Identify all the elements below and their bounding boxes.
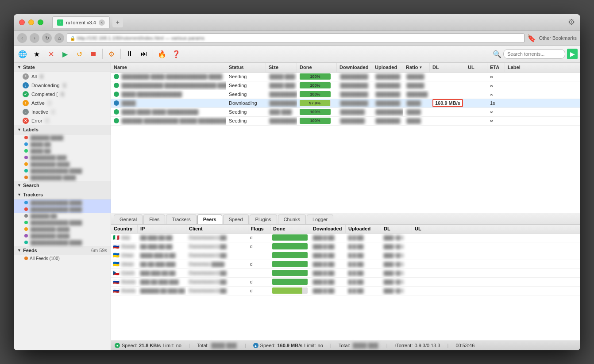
peer-row[interactable]: 🇮🇹 Italy ██.███.██.██ Transmission 1.██ …: [111, 234, 580, 242]
peer-row[interactable]: 🇷🇺 Russia ██.███.██.██ Transmission 1.██…: [111, 242, 580, 251]
reload-button[interactable]: ↻: [42, 33, 52, 43]
sidebar-item-completed[interactable]: ✓ Completed [ 5: [14, 90, 111, 99]
label-item-1[interactable]: ██████ ████: [14, 134, 111, 141]
peer-col-country[interactable]: Country: [111, 225, 138, 233]
tracker-item-3[interactable]: ██████ ██: [14, 213, 111, 219]
bookmarks-label[interactable]: Other Bookmarks: [539, 35, 577, 41]
torrent-status-6: Seeding: [226, 117, 266, 125]
feeds-all-item[interactable]: All Feeds (100): [14, 255, 111, 262]
tracker-item-6[interactable]: ████████ ████: [14, 233, 111, 239]
tab-general[interactable]: General: [114, 215, 143, 224]
col-header-label[interactable]: Label: [505, 63, 532, 72]
torrent-row[interactable]: ██████ ██████████ █████ █████████ Seedin…: [111, 117, 580, 126]
ul-limit-label: Limit:: [304, 343, 316, 348]
col-header-done[interactable]: Done: [297, 63, 337, 72]
minimize-button[interactable]: [28, 19, 34, 25]
tracker-item-7[interactable]: ████████████ ████: [14, 239, 111, 246]
tab-logger[interactable]: Logger: [307, 215, 333, 224]
home-button[interactable]: ⌂: [54, 33, 64, 43]
back-button[interactable]: ‹: [17, 33, 27, 43]
col-header-name[interactable]: Name: [111, 63, 226, 72]
peer-col-ul[interactable]: UL: [412, 225, 580, 233]
active-tab[interactable]: r ruTorrent v3.4 ×: [52, 16, 110, 28]
label-item-4[interactable]: ████████ ███: [14, 154, 111, 161]
label-item-6[interactable]: ████████████ ████: [14, 168, 111, 174]
peer-row[interactable]: 🇨🇿 Czech ███.███.██.██ Transmission 2.██…: [111, 269, 580, 278]
feeds-section-label: Feeds: [23, 248, 37, 253]
add-rss-button[interactable]: ★: [31, 48, 43, 60]
stop-button[interactable]: ⏹: [87, 48, 100, 60]
add-torrent-url-button[interactable]: 🌐: [16, 48, 29, 60]
tracker-item-1[interactable]: ████████████ ████: [14, 199, 111, 206]
torrent-row[interactable]: ████ █████████████ Seeding ████████ 100%…: [111, 90, 580, 99]
tab-chunks[interactable]: Chunks: [278, 215, 306, 224]
col-header-uploaded[interactable]: Uploaded: [372, 63, 403, 72]
tab-peers[interactable]: Peers: [197, 215, 222, 224]
feeds-section-header[interactable]: ▼ Feeds 6m 59s: [14, 246, 111, 255]
new-tab-button[interactable]: +: [112, 17, 123, 27]
sidebar-item-error[interactable]: ✕ Error: [14, 116, 111, 125]
start-button[interactable]: ▶: [59, 48, 71, 60]
address-field[interactable]: 🔒 http://192.168.1.100/rutorrent/index.h…: [67, 33, 525, 43]
peer-col-client[interactable]: Client: [186, 225, 248, 233]
progress-bar-2: 100%: [300, 82, 331, 88]
label-item-2[interactable]: ████ ██: [14, 141, 111, 148]
extensions-icon[interactable]: ⚙: [568, 17, 575, 27]
peer-row[interactable]: 🇷🇺 Russia ██████.██.███.██ Transmission …: [111, 287, 580, 295]
tab-speed[interactable]: Speed: [223, 215, 249, 224]
col-header-status[interactable]: Status: [226, 63, 266, 72]
peer-col-ip[interactable]: IP: [138, 225, 186, 233]
col-header-ul[interactable]: UL: [465, 63, 487, 72]
peer-col-dl[interactable]: DL: [381, 225, 412, 233]
label-item-7[interactable]: ██████████ ████: [14, 174, 111, 181]
tab-plugins[interactable]: Plugins: [250, 215, 277, 224]
sidebar-item-inactive[interactable]: - Inactive: [14, 107, 111, 116]
peer-downloaded-3: ███.█ ██: [310, 251, 346, 260]
total-dl-status: Total: ████ ███: [197, 343, 238, 348]
state-section-header[interactable]: ▼ State: [14, 63, 111, 72]
torrent-row[interactable]: ████████ ████ ████████████ ████ Seeding …: [111, 73, 580, 81]
torrent-row-downloading[interactable]: ████ Downloading ████████ 97.9% ████████…: [111, 99, 580, 108]
peer-row[interactable]: 🇷🇺 Russia ███.██.███.███ Transmission 2.…: [111, 278, 580, 287]
peer-col-downloaded[interactable]: Downloaded: [310, 225, 346, 233]
rss-manager-button[interactable]: 🔥: [156, 48, 168, 60]
label-item-5[interactable]: ████████ ████: [14, 161, 111, 168]
tracker-item-4[interactable]: ████████████ ████: [14, 219, 111, 226]
peer-col-uploaded[interactable]: Uploaded: [346, 225, 381, 233]
tab-files[interactable]: Files: [143, 215, 165, 224]
help-button[interactable]: ❓: [170, 48, 182, 60]
maximize-button[interactable]: [38, 19, 43, 25]
peer-row[interactable]: 🇺🇦 Ukran ██.██.███.███ Transmiss. ████ d…: [111, 260, 580, 269]
col-header-ratio[interactable]: Ratio▼: [403, 63, 430, 72]
torrent-row[interactable]: ████████████ ███████████████ ██████ Seed…: [111, 81, 580, 90]
settings-button[interactable]: ⚙: [105, 48, 118, 60]
go-button[interactable]: ▶: [567, 49, 578, 59]
close-button[interactable]: [19, 19, 25, 25]
peer-col-done[interactable]: Done: [270, 225, 310, 233]
tab-trackers[interactable]: Trackers: [166, 215, 196, 224]
bookmark-icon[interactable]: 🔖: [527, 34, 536, 42]
forward-button[interactable]: ›: [30, 33, 39, 43]
sidebar-item-downloading[interactable]: ↓ Downloading 1: [14, 81, 111, 90]
col-header-eta[interactable]: ETA: [487, 63, 505, 72]
col-header-dl[interactable]: DL: [430, 63, 465, 72]
tab-close-button[interactable]: ×: [99, 19, 105, 26]
pause-button[interactable]: ⏸: [123, 48, 136, 60]
peer-col-flags[interactable]: Flags: [248, 225, 270, 233]
torrent-row[interactable]: ████ ████ ████ █████████ Seeding ███ ███…: [111, 108, 580, 117]
sidebar-item-active[interactable]: ! Active: [14, 99, 111, 107]
queue-button[interactable]: ⏭: [138, 48, 150, 60]
search-input[interactable]: [503, 49, 565, 59]
remove-button[interactable]: ✕: [45, 48, 57, 60]
tracker-item-2[interactable]: ████████████ ████: [14, 206, 111, 213]
tracker-item-5[interactable]: ████████ ████: [14, 226, 111, 233]
label-item-3[interactable]: ████ ██: [14, 148, 111, 154]
search-section-header[interactable]: ▼ Search: [14, 181, 111, 190]
force-recheck-button[interactable]: ↺: [73, 48, 85, 60]
col-header-size[interactable]: Size: [266, 63, 297, 72]
sidebar-item-all[interactable]: * All 6: [14, 72, 111, 81]
col-header-downloaded[interactable]: Downloaded: [337, 63, 372, 72]
trackers-section-header[interactable]: ▼ Trackers: [14, 190, 111, 199]
peer-row[interactable]: 🇺🇦 Chian ████.███.█.██ Transmission 2.██…: [111, 251, 580, 260]
labels-section-header[interactable]: ▼ Labels: [14, 125, 111, 134]
